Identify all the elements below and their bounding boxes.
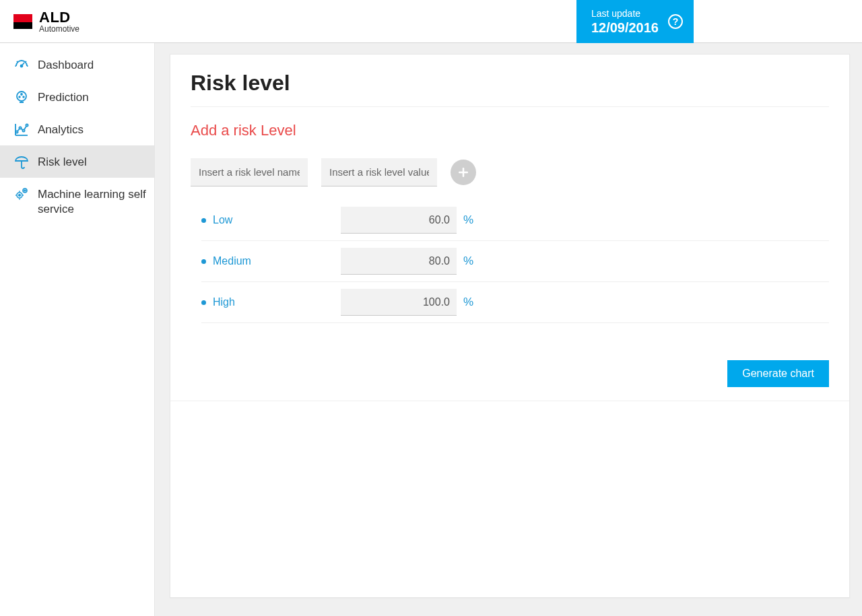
- prediction-icon: [12, 89, 31, 105]
- panel-divider: [170, 401, 849, 401]
- svg-point-7: [21, 94, 22, 95]
- brand-logo-mark: [13, 14, 32, 29]
- sidebar-item-ml-self-service[interactable]: Machine learning self service: [0, 178, 154, 225]
- risk-value-field[interactable]: [341, 248, 457, 275]
- sidebar-item-label: Dashboard: [38, 57, 94, 73]
- svg-line-5: [26, 61, 26, 62]
- svg-point-14: [22, 130, 24, 132]
- risk-value-field[interactable]: [341, 289, 457, 316]
- risk-level-panel: Risk level Add a risk Level Low %: [170, 54, 850, 598]
- percent-unit: %: [463, 254, 473, 268]
- risk-name-label: High: [213, 296, 341, 308]
- risk-level-list: Low % Medium % High %: [191, 207, 829, 323]
- sidebar-item-label: Risk level: [38, 153, 87, 170]
- add-risk-row: [191, 158, 829, 186]
- help-icon[interactable]: ?: [668, 14, 683, 29]
- plus-icon: [457, 166, 470, 179]
- section-subtitle: Add a risk Level: [191, 122, 829, 139]
- risk-name-label: Low: [213, 214, 341, 226]
- sidebar-item-label: Prediction: [38, 89, 89, 105]
- umbrella-icon: [12, 153, 31, 170]
- last-update-label: Last update: [591, 8, 659, 19]
- dashboard-icon: [12, 57, 31, 73]
- svg-point-24: [24, 190, 26, 191]
- risk-name-input[interactable]: [191, 158, 308, 186]
- percent-unit: %: [463, 296, 473, 309]
- risk-row-high: High %: [201, 282, 829, 323]
- bullet-icon: [201, 259, 206, 264]
- brand-name: ALD: [39, 10, 79, 25]
- last-update-badge: Last update 12/09/2016 ?: [576, 0, 694, 43]
- bullet-icon: [201, 218, 206, 223]
- risk-row-low: Low %: [201, 207, 829, 241]
- main-area: Risk level Add a risk Level Low %: [155, 43, 862, 616]
- risk-value-input[interactable]: [321, 158, 437, 186]
- app-header: ALD Automotive Last update 12/09/2016 ?: [0, 0, 862, 43]
- sidebar-item-prediction[interactable]: Prediction: [0, 81, 154, 113]
- add-risk-button[interactable]: [451, 160, 476, 185]
- generate-chart-button[interactable]: Generate chart: [727, 360, 829, 387]
- svg-point-18: [19, 195, 21, 197]
- sidebar-item-analytics[interactable]: Analytics: [0, 113, 154, 145]
- gears-icon: [12, 186, 31, 202]
- brand-logo-text: ALD Automotive: [39, 10, 79, 33]
- svg-point-8: [19, 96, 20, 98]
- brand-logo: ALD Automotive: [13, 10, 79, 33]
- sidebar-item-label: Analytics: [38, 121, 84, 137]
- percent-unit: %: [463, 213, 473, 227]
- sidebar-item-label: Machine learning self service: [38, 186, 147, 217]
- last-update-date: 12/09/2016: [591, 20, 659, 36]
- brand-subname: Automotive: [39, 25, 79, 33]
- bullet-icon: [201, 300, 206, 305]
- svg-point-15: [26, 125, 28, 127]
- risk-name-label: Medium: [213, 255, 341, 267]
- svg-point-13: [19, 127, 21, 129]
- sidebar: Dashboard Prediction: [0, 43, 155, 616]
- svg-line-4: [17, 61, 18, 62]
- risk-row-medium: Medium %: [201, 241, 829, 282]
- svg-point-12: [15, 131, 18, 133]
- sidebar-item-dashboard[interactable]: Dashboard: [0, 48, 154, 81]
- analytics-icon: [12, 121, 31, 137]
- page-title: Risk level: [191, 71, 829, 107]
- svg-point-9: [23, 96, 24, 98]
- risk-value-field[interactable]: [341, 207, 457, 234]
- sidebar-item-risk-level[interactable]: Risk level: [0, 145, 154, 178]
